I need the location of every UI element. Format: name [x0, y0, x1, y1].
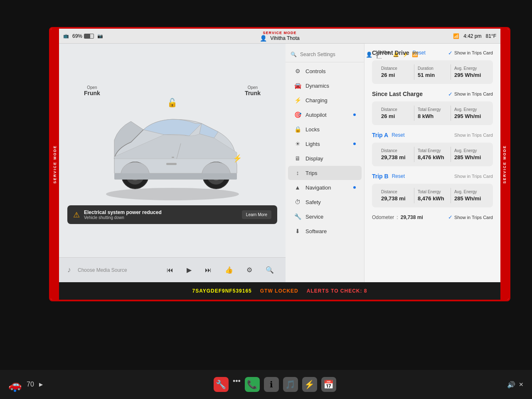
alert-banner: ⚠ Electrical system power reduced Vehicl… [67, 205, 277, 224]
nav-item-service[interactable]: 🔧 Service [288, 209, 362, 224]
status-bar: 📺 69% 📷 SERVICE MODE 👤 Vihitha Thota 📶 4… [59, 29, 500, 44]
slc-energy-value: 8 kWh [418, 113, 447, 119]
controls-icon: ⚙ [294, 68, 301, 74]
autopilot-dot [353, 113, 356, 116]
camera-icon: 📷 [97, 33, 103, 39]
trip-a-stats: Distance 29,738 mi Total Energy 8,476 kW… [378, 147, 487, 162]
trip-b-header: Trip B Reset Show in Trips Card [372, 173, 493, 180]
volume-icon[interactable]: 🔊 [507, 381, 515, 389]
trip-a-avg-value: 285 Wh/mi [454, 154, 484, 160]
wrench-icon: 🔧 [216, 379, 226, 389]
current-drive-distance-label: Distance [381, 66, 411, 71]
slc-distance: Distance 26 mi [378, 106, 414, 121]
vin-number: 7SAYGDEF9NF539165 [192, 288, 251, 294]
car-dot [14, 389, 16, 392]
nav-item-autopilot[interactable]: 🎯 Autopilot [288, 108, 362, 122]
odometer-show-trips: ✓ Show in Trips Card [448, 214, 493, 220]
skip-back-button[interactable]: ⏮ [163, 265, 177, 276]
service-mode-right: SERVICE MODE [500, 29, 509, 300]
skip-forward-button[interactable]: ⏭ [202, 265, 215, 276]
current-drive-duration: Duration 51 min [414, 64, 451, 80]
car-display: Open Frunk Open Trunk 🔓 [59, 44, 286, 257]
trip-b-avg-energy: Avg. Energy 285 Wh/mi [451, 188, 487, 203]
trip-a-card: Distance 29,738 mi Total Energy 8,476 kW… [372, 143, 493, 166]
trip-a-avg-label: Avg. Energy [454, 148, 484, 153]
equalizer-button[interactable]: ⚙ [243, 264, 256, 276]
service-mode-header-label: SERVICE MODE [263, 31, 297, 35]
status-bar-left: 📺 69% 📷 [63, 33, 103, 39]
slc-total-energy: Total Energy 8 kWh [414, 106, 451, 121]
car-taskbar-icon-wrapper[interactable]: 🚗 [8, 378, 22, 391]
taskbar-center: 🔧 ••• 📞 ℹ 🎵 ⚡ 📅 [214, 377, 336, 392]
nav-item-software[interactable]: ⬇ Software [288, 224, 362, 238]
navigation-dot [353, 186, 356, 189]
bluetooth-taskbar-button[interactable]: ⚡ [302, 377, 317, 392]
alert-subtitle: Vehicle shutting down [84, 215, 238, 220]
thumbs-up-button[interactable]: 👍 [222, 264, 236, 276]
phone-taskbar-button[interactable]: 📞 [245, 377, 260, 392]
nav-item-dynamics[interactable]: 🚘 Dynamics [288, 79, 362, 93]
slc-energy-label: Total Energy [418, 107, 447, 112]
taskbar-right: 🔊 ✕ [507, 381, 524, 389]
status-bar-right: 📶 4:42 pm 81°F [453, 33, 496, 39]
service-icon: 🔧 [294, 213, 301, 220]
calendar-taskbar-button[interactable]: 📅 [321, 377, 336, 392]
charging-icon: ⚡ [294, 97, 301, 103]
safety-icon: ⏱ [294, 199, 301, 205]
audio-taskbar-button[interactable]: 🎵 [283, 377, 298, 392]
nav-label-lights: Lights [305, 141, 320, 147]
trip-b-avg-value: 285 Wh/mi [454, 195, 484, 202]
current-drive-stats: Distance 26 mi Duration 51 min Avg. Ener… [378, 64, 487, 80]
odometer-value: 29,738 mi [401, 214, 423, 220]
trip-a-title: Trip A [372, 132, 388, 138]
play-button[interactable]: ▶ [183, 264, 195, 276]
media-source-text: Choose Media Source [78, 267, 157, 273]
search-media-button[interactable]: 🔍 [262, 264, 277, 276]
trip-a-energy-label: Total Energy [418, 148, 447, 153]
trip-b-section: Trip B Reset Show in Trips Card Distance… [372, 173, 493, 207]
trip-b-energy-value: 8,476 kWh [418, 195, 447, 202]
bottom-status-bar: 7SAYGDEF9NF539165 GTW LOCKED ALERTS TO C… [59, 282, 500, 300]
alerts-count: ALERTS TO CHECK: 8 [307, 288, 367, 294]
dots-button[interactable]: ••• [233, 377, 241, 392]
odometer-row: Odometer : 29,738 mi ✓ Show in Trips Car… [372, 214, 493, 220]
nav-label-safety: Safety [305, 199, 321, 205]
nav-label-autopilot: Autopilot [305, 112, 327, 118]
signal-icon: 📶 [453, 33, 459, 39]
nav-label-dynamics: Dynamics [305, 83, 329, 89]
odometer-show-label: Show in Trips Card [454, 215, 493, 220]
search-icon: 🔍 [291, 52, 297, 57]
nav-item-safety[interactable]: ⏱ Safety [288, 195, 362, 209]
slc-avg-value: 295 Wh/mi [454, 113, 484, 119]
bluetooth-icon: ⚡ [304, 379, 315, 389]
nav-item-charging[interactable]: ⚡ Charging [288, 93, 362, 107]
lights-icon: ☀ [294, 140, 301, 147]
nav-item-display[interactable]: 🖥 Display [288, 151, 362, 165]
trip-b-reset-button[interactable]: Reset [392, 173, 405, 179]
dynamics-icon: 🚘 [294, 82, 301, 89]
nav-item-navigation[interactable]: ▲ Navigation [288, 180, 362, 195]
info-taskbar-button[interactable]: ℹ [264, 377, 279, 392]
trip-b-show-trips: Show in Trips Card [454, 174, 493, 179]
locks-icon: 🔒 [294, 126, 301, 133]
display-icon: 🖥 [294, 155, 301, 162]
nav-label-charging: Charging [305, 97, 328, 103]
nav-item-trips[interactable]: ↕ Trips [288, 166, 362, 180]
nav-label-navigation: Navigation [305, 185, 331, 191]
trip-a-reset-button[interactable]: Reset [392, 132, 404, 138]
nav-item-lights[interactable]: ☀ Lights [288, 137, 362, 151]
nav-item-controls[interactable]: ⚙ Controls [288, 64, 362, 78]
since-last-charge-show-trips: ✓ Show in Trips Card [448, 91, 493, 97]
wrench-taskbar-button[interactable]: 🔧 [214, 377, 229, 392]
trunk-name: Trunk [245, 90, 261, 96]
dots-icon: ••• [233, 377, 241, 385]
trip-b-distance-label: Distance [381, 190, 411, 194]
current-drive-duration-label: Duration [418, 66, 447, 71]
learn-more-button[interactable]: Learn More [242, 210, 271, 219]
search-input[interactable] [300, 52, 362, 57]
nav-label-locks: Locks [305, 126, 320, 133]
nav-item-locks[interactable]: 🔒 Locks [288, 122, 362, 136]
lights-dot [353, 143, 356, 145]
current-drive-reset-button[interactable]: Reset [412, 50, 425, 56]
trip-b-avg-label: Avg. Energy [454, 190, 484, 194]
